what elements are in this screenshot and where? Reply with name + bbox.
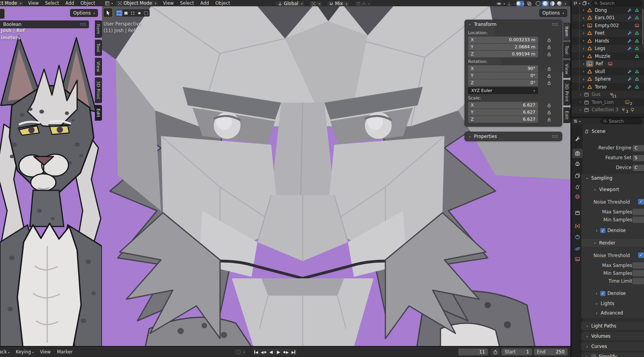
menu-view[interactable]: View xyxy=(25,0,42,6)
outliner-row-ref[interactable]: ›Ref xyxy=(572,60,644,68)
outliner-search-input[interactable]: Search xyxy=(591,0,642,6)
shading-dropdown[interactable]: ▾ xyxy=(564,2,566,5)
lock-icon[interactable] xyxy=(547,52,551,57)
gizmos-dropdown[interactable]: ▾ xyxy=(507,1,515,6)
shading-wireframe-button[interactable] xyxy=(535,1,542,6)
menu-playback[interactable]: Playback▾ xyxy=(0,349,13,355)
menu-select[interactable]: Select xyxy=(177,0,197,6)
outliner-display-dropdown[interactable]: ▾ xyxy=(582,1,590,6)
menu-add[interactable]: Add xyxy=(62,0,77,6)
noise-threshold-checkbox[interactable]: ✓ xyxy=(638,199,644,204)
lock-icon[interactable] xyxy=(547,103,551,108)
tab-3d-print[interactable]: 3D Print xyxy=(563,80,570,105)
mode-dropdown[interactable]: Object Mode▾ xyxy=(0,0,24,6)
proportional-editing-toggle[interactable]: ▾ xyxy=(354,0,372,6)
lock-icon[interactable] xyxy=(547,74,551,78)
tab-item[interactable]: Item xyxy=(563,23,570,40)
modifier-wrench-icon[interactable] xyxy=(627,46,632,51)
denoise-checkbox[interactable]: ✓ xyxy=(600,291,605,296)
outliner-row-skull[interactable]: ›skull xyxy=(572,68,644,75)
boolean-redo-panel[interactable]: Boolean xyxy=(0,20,89,28)
max-samples-field[interactable] xyxy=(633,209,644,215)
jump-to-end-button[interactable]: ▶ xyxy=(290,349,297,355)
tab-output-properties[interactable] xyxy=(572,159,583,169)
orientation-dropdown[interactable]: Global▾ xyxy=(276,1,305,7)
location-y-field[interactable]: Y2.0684 m xyxy=(468,44,538,50)
mesh-data-icon[interactable] xyxy=(635,31,639,35)
tab-tool-properties[interactable] xyxy=(572,134,583,144)
menu-add[interactable]: Add xyxy=(197,0,212,6)
outliner-row-sphere[interactable]: ›Sphere xyxy=(572,75,644,83)
expand-icon[interactable]: › xyxy=(582,39,585,43)
modifier-wrench-icon[interactable] xyxy=(627,39,632,43)
tab-render-properties[interactable] xyxy=(572,149,583,158)
expand-icon[interactable]: › xyxy=(582,8,585,12)
overlays-toggle[interactable]: ▾ xyxy=(516,1,524,6)
jump-to-start-button[interactable]: ◀ xyxy=(252,349,260,355)
image-data-icon[interactable] xyxy=(635,23,639,28)
lights-row[interactable]: ›Lights xyxy=(581,300,644,307)
play-reverse-button[interactable]: ◀ xyxy=(267,349,275,355)
collapse-icon[interactable]: › xyxy=(468,23,472,26)
select-invert-button[interactable] xyxy=(136,10,142,16)
options-button[interactable]: Options▾ xyxy=(70,9,98,17)
snap-dropdown[interactable]: Mix▾ xyxy=(327,1,350,7)
location-z-field[interactable]: Z0.99194 m xyxy=(468,51,538,57)
previous-keyframe-button[interactable]: ◀◆ xyxy=(260,349,267,355)
visibility-dropdown[interactable]: ▾ xyxy=(496,1,505,6)
feature-set-dropdown[interactable]: S xyxy=(633,155,644,161)
toolbar-expand-arrow[interactable]: › xyxy=(102,21,102,26)
rotation-z-field[interactable]: Z0° xyxy=(468,79,538,86)
tab-item[interactable]: Item xyxy=(95,20,102,38)
menu-object[interactable]: Object xyxy=(212,0,233,6)
outliner-row-hands[interactable]: ›Hands xyxy=(572,37,644,45)
mesh-data-icon[interactable] xyxy=(635,15,639,20)
mesh-data-icon[interactable] xyxy=(635,8,639,13)
tab-3d-print[interactable]: 3D Print xyxy=(95,77,102,103)
expand-icon[interactable]: › xyxy=(579,92,582,97)
panel-drag-dots[interactable] xyxy=(552,23,558,26)
outliner-row-ears[interactable]: ›Ears.001 xyxy=(572,14,644,22)
tab-view[interactable]: View xyxy=(563,60,570,78)
simplify-checkbox[interactable] xyxy=(591,354,596,357)
expand-icon[interactable]: › xyxy=(582,46,585,51)
lock-icon[interactable] xyxy=(547,81,551,85)
menu-view[interactable]: View xyxy=(37,349,54,355)
properties-search-input[interactable]: Search xyxy=(600,118,642,124)
expand-icon[interactable]: › xyxy=(582,69,585,74)
tab-view[interactable]: View xyxy=(95,58,102,75)
expand-icon[interactable]: › xyxy=(582,54,585,58)
render-engine-dropdown[interactable]: C xyxy=(633,145,644,151)
outliner-row-muzzle[interactable]: ›Muzzle xyxy=(572,52,644,60)
device-dropdown[interactable]: C xyxy=(633,165,644,171)
lock-icon[interactable] xyxy=(547,38,551,42)
modifier-wrench-icon[interactable] xyxy=(627,85,632,89)
sampling-panel-header[interactable]: ›Sampling xyxy=(581,174,644,182)
outliner-row-collection3[interactable]: ›Collection 33 xyxy=(572,106,644,114)
auto-key-record-button[interactable] xyxy=(235,349,242,355)
auto-key-dropdown[interactable]: ▾ xyxy=(243,351,245,354)
properties-subpanel[interactable]: › Properties xyxy=(464,132,562,141)
outliner-row-legs[interactable]: ›Legs xyxy=(572,45,644,53)
lock-icon[interactable] xyxy=(547,110,551,115)
render-subpanel-header[interactable]: ›Render xyxy=(581,239,644,247)
outliner-row-dong[interactable]: ›Dong xyxy=(572,6,644,14)
shading-material-button[interactable] xyxy=(549,1,556,6)
frame-end-field[interactable]: End 250 xyxy=(534,348,568,355)
lock-icon[interactable] xyxy=(547,45,551,50)
time-limit-field[interactable] xyxy=(633,278,644,284)
active-tool-button[interactable] xyxy=(0,9,5,19)
mesh-data-icon[interactable] xyxy=(635,69,639,74)
simplify-panel[interactable]: ›Simplify xyxy=(581,352,644,357)
mesh-data-icon[interactable] xyxy=(635,85,639,89)
mesh-data-icon[interactable] xyxy=(635,46,639,51)
outliner-row-gus[interactable]: ›Gus11 xyxy=(572,91,644,99)
expand-icon[interactable]: › xyxy=(582,77,585,81)
modifier-wrench-icon[interactable] xyxy=(627,8,632,13)
scale-z-field[interactable]: Z6.627 xyxy=(468,116,538,123)
expand-icon[interactable]: › xyxy=(582,62,585,66)
select-new-button[interactable] xyxy=(116,10,122,16)
tab-edit[interactable]: Edit xyxy=(563,107,570,123)
select-extend-button[interactable] xyxy=(122,10,129,16)
outliner-scrollbar[interactable] xyxy=(642,9,644,45)
